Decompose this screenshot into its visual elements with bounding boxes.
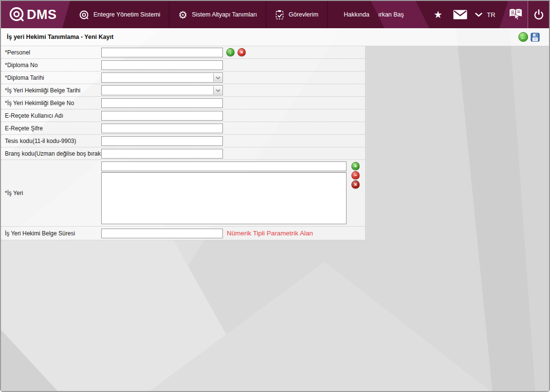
- form-row-personel: *Personel ↓ ×: [1, 46, 365, 59]
- nav-item-sistem-altyapi-tanimlari[interactable]: ⚙ Sistem Altyapı Tanımları: [169, 1, 266, 28]
- field-label: *Personel: [1, 49, 101, 56]
- close-icon: ×: [354, 182, 357, 187]
- messages-button[interactable]: [449, 1, 471, 28]
- field-label: Branş kodu(Uzman değilse boş bırakın): [1, 150, 101, 157]
- belge-tarihi-select[interactable]: [101, 85, 223, 95]
- qdms-logo-text: DMS: [27, 7, 57, 22]
- page-titlebar: İş yeri Hekimi Tanımlama - Yeni Kayıt ←: [1, 28, 549, 46]
- header-actions: ★ TR: [427, 1, 549, 28]
- belge-no-input[interactable]: [101, 98, 223, 108]
- form-row-erecete-kullanici: E-Reçete Kullanıcı Adı: [1, 109, 365, 122]
- down-arrow-icon: ↓: [229, 50, 232, 55]
- field-label: *Diploma No: [1, 62, 101, 69]
- form-row-brans-kodu: Branş kodu(Uzman değilse boş bırakın): [1, 147, 365, 160]
- qdms-circle-icon: [79, 10, 89, 20]
- personel-lookup-button[interactable]: ↓: [226, 48, 235, 56]
- form-row-is-yeri: *İş Yeri + − ×: [1, 160, 365, 227]
- form-row-diploma-tarihi: *Diploma Tarihi: [1, 71, 365, 84]
- personel-input[interactable]: [101, 48, 223, 57]
- is-yeri-clear-button[interactable]: ×: [351, 180, 360, 189]
- nav-item-label: Sistem Altyapı Tanımları: [192, 11, 257, 18]
- field-label: E-Reçete Şifre: [1, 125, 101, 132]
- nav-item-label: Entegre Yönetim Sistemi: [93, 11, 160, 18]
- language-code: TR: [487, 11, 495, 18]
- save-floppy-icon: [531, 33, 540, 42]
- erecete-kullanici-input[interactable]: [101, 111, 223, 121]
- is-yeri-add-button[interactable]: +: [351, 162, 360, 170]
- qdms-logo[interactable]: DMS: [1, 1, 70, 28]
- nav-item-gorevlerim[interactable]: Görevlerim: [266, 1, 327, 28]
- favorites-button[interactable]: ★: [427, 1, 449, 28]
- field-label: *İş Yeri Hekimliği Belge No: [1, 100, 101, 107]
- belge-suresi-input[interactable]: [101, 229, 223, 238]
- field-label: *İş Yeri: [1, 160, 101, 226]
- diploma-no-input[interactable]: [101, 60, 223, 70]
- star-icon: ★: [434, 9, 442, 20]
- help-book-icon: [509, 8, 523, 21]
- gear-icon: ⚙: [178, 10, 187, 20]
- tasks-clipboard-icon: [275, 10, 284, 20]
- chevron-down-icon: [216, 89, 220, 92]
- close-icon: ×: [240, 50, 243, 55]
- is-yeri-remove-button[interactable]: −: [351, 171, 360, 179]
- page-title: İş yeri Hekimi Tanımlama - Yeni Kayıt: [7, 34, 113, 40]
- field-label: *Diploma Tarihi: [1, 74, 101, 81]
- main-nav: Entegre Yönetim Sistemi ⚙ Sistem Altyapı…: [70, 1, 385, 28]
- form-row-erecete-sifre: E-Reçete Şifre: [1, 122, 365, 135]
- personel-clear-button[interactable]: ×: [238, 48, 246, 56]
- is-yeri-input[interactable]: [101, 161, 347, 171]
- back-button[interactable]: ←: [518, 32, 528, 42]
- field-label: Tesis kodu(11-il kodu-9903): [1, 138, 101, 144]
- form-row-belge-suresi: İş Yeri Hekimi Belge Süresi Nümerik Tipl…: [1, 227, 365, 240]
- record-form: *Personel ↓ × *Diploma No *Diploma Tarih…: [1, 46, 365, 240]
- plus-icon: +: [354, 163, 357, 169]
- user-manual-button[interactable]: [499, 1, 528, 28]
- save-button[interactable]: [531, 33, 540, 42]
- envelope-icon: [453, 10, 467, 19]
- minus-icon: −: [354, 173, 357, 178]
- nav-item-entegre-yonetim-sistemi[interactable]: Entegre Yönetim Sistemi: [70, 1, 169, 28]
- tesis-kodu-input[interactable]: [101, 136, 223, 146]
- chevron-down-icon: [475, 13, 482, 17]
- nav-item-label: Hakkında: [344, 11, 369, 18]
- brans-kodu-input[interactable]: [101, 149, 223, 159]
- select-dropdown-button: [213, 86, 222, 94]
- select-dropdown-button: [213, 73, 222, 82]
- language-selector[interactable]: TR: [471, 1, 499, 28]
- qdms-app-window: DMS Entegre Yönetim Sistemi ⚙ Sistem Alt…: [0, 0, 550, 392]
- chevron-down-icon: [216, 76, 220, 79]
- field-label: İş Yeri Hekimi Belge Süresi: [1, 230, 101, 237]
- is-yeri-list-actions: + − ×: [351, 161, 360, 189]
- field-label: *İş Yeri Hekimliği Belge Tarihi: [1, 87, 101, 94]
- field-label: E-Reçete Kullanıcı Adı: [1, 112, 101, 119]
- user-name: ırkan Baş: [378, 11, 404, 18]
- parametric-field-note: Nümerik Tipli Parametrik Alan: [227, 230, 313, 237]
- titlebar-actions: ←: [518, 32, 543, 42]
- back-arrow-icon: ←: [520, 34, 527, 40]
- qdms-q-icon: [9, 6, 25, 23]
- form-row-belge-no: *İş Yeri Hekimliği Belge No: [1, 97, 365, 109]
- app-header: DMS Entegre Yönetim Sistemi ⚙ Sistem Alt…: [1, 1, 549, 28]
- nav-item-label: Görevlerim: [289, 11, 318, 18]
- power-icon: [533, 9, 545, 20]
- form-row-diploma-no: *Diploma No: [1, 59, 365, 71]
- form-row-belge-tarihi: *İş Yeri Hekimliği Belge Tarihi: [1, 84, 365, 97]
- diploma-tarihi-select[interactable]: [101, 72, 223, 83]
- erecete-sifre-input[interactable]: [101, 124, 223, 133]
- is-yeri-listbox[interactable]: [101, 172, 347, 224]
- form-row-tesis-kodu: Tesis kodu(11-il kodu-9903): [1, 135, 365, 147]
- logout-button[interactable]: [528, 1, 549, 28]
